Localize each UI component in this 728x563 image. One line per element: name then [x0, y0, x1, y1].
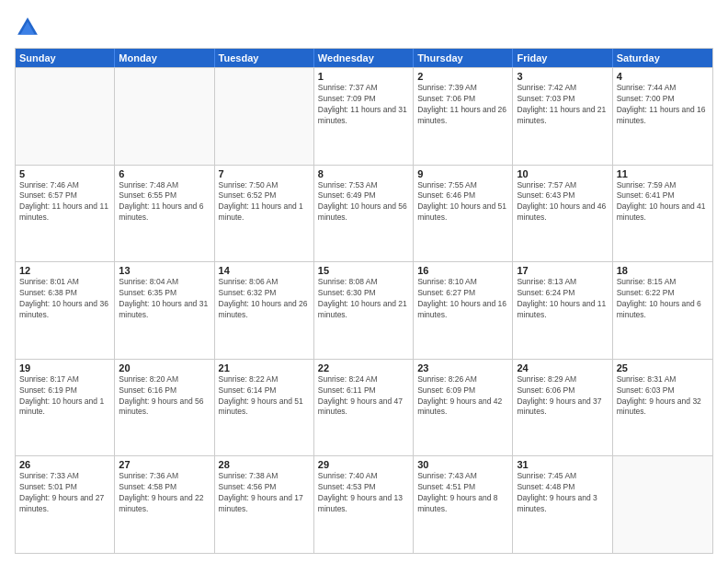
cell-info: Sunrise: 8:13 AM Sunset: 6:24 PM Dayligh…: [517, 277, 608, 321]
cal-cell-1-6: 11Sunrise: 7:59 AM Sunset: 6:41 PM Dayli…: [613, 166, 712, 262]
cal-row-4: 26Sunrise: 7:33 AM Sunset: 5:01 PM Dayli…: [16, 455, 712, 553]
cal-cell-4-3: 29Sunrise: 7:40 AM Sunset: 4:53 PM Dayli…: [314, 456, 414, 553]
cell-date: 9: [417, 168, 508, 179]
cell-info: Sunrise: 7:46 AM Sunset: 6:57 PM Dayligh…: [19, 180, 110, 224]
header: [15, 15, 713, 40]
cal-cell-1-5: 10Sunrise: 7:57 AM Sunset: 6:43 PM Dayli…: [513, 166, 612, 262]
cal-cell-2-1: 13Sunrise: 8:04 AM Sunset: 6:35 PM Dayli…: [115, 262, 214, 359]
cal-cell-1-1: 6Sunrise: 7:48 AM Sunset: 6:55 PM Daylig…: [115, 166, 214, 262]
cell-info: Sunrise: 7:37 AM Sunset: 7:09 PM Dayligh…: [318, 83, 409, 127]
day-header-monday: Monday: [115, 49, 214, 67]
cal-cell-0-2: [215, 68, 314, 165]
cal-row-0: 1Sunrise: 7:37 AM Sunset: 7:09 PM Daylig…: [16, 67, 712, 165]
cell-date: 23: [417, 362, 508, 373]
cal-cell-1-4: 9Sunrise: 7:55 AM Sunset: 6:46 PM Daylig…: [414, 166, 513, 262]
cell-info: Sunrise: 8:26 AM Sunset: 6:09 PM Dayligh…: [417, 374, 508, 419]
cell-date: 29: [318, 459, 409, 470]
cal-cell-2-2: 14Sunrise: 8:06 AM Sunset: 6:32 PM Dayli…: [215, 262, 314, 359]
cell-info: Sunrise: 8:01 AM Sunset: 6:38 PM Dayligh…: [19, 277, 110, 321]
cell-date: 17: [517, 265, 608, 276]
cell-info: Sunrise: 8:20 AM Sunset: 6:16 PM Dayligh…: [119, 374, 210, 419]
cal-cell-3-0: 19Sunrise: 8:17 AM Sunset: 6:19 PM Dayli…: [16, 360, 115, 456]
day-header-sunday: Sunday: [16, 49, 115, 67]
cell-date: 3: [517, 71, 608, 82]
cal-cell-3-1: 20Sunrise: 8:20 AM Sunset: 6:16 PM Dayli…: [115, 360, 214, 456]
cell-info: Sunrise: 8:31 AM Sunset: 6:03 PM Dayligh…: [617, 374, 709, 419]
cell-info: Sunrise: 8:10 AM Sunset: 6:27 PM Dayligh…: [417, 277, 508, 321]
cell-date: 2: [417, 71, 508, 82]
cell-date: 14: [219, 265, 310, 276]
cal-row-1: 5Sunrise: 7:46 AM Sunset: 6:57 PM Daylig…: [16, 165, 712, 262]
calendar-header: SundayMondayTuesdayWednesdayThursdayFrid…: [16, 49, 712, 67]
cell-info: Sunrise: 7:55 AM Sunset: 6:46 PM Dayligh…: [417, 180, 508, 224]
cal-cell-3-2: 21Sunrise: 8:22 AM Sunset: 6:14 PM Dayli…: [215, 360, 314, 456]
cell-date: 26: [19, 459, 110, 470]
cell-date: 13: [119, 265, 210, 276]
cal-cell-0-4: 2Sunrise: 7:39 AM Sunset: 7:06 PM Daylig…: [414, 68, 513, 165]
cell-info: Sunrise: 7:48 AM Sunset: 6:55 PM Dayligh…: [119, 180, 210, 224]
cell-info: Sunrise: 7:59 AM Sunset: 6:41 PM Dayligh…: [617, 180, 709, 224]
cell-info: Sunrise: 8:24 AM Sunset: 6:11 PM Dayligh…: [318, 374, 409, 419]
cal-cell-4-6: [613, 456, 712, 553]
cell-date: 10: [517, 168, 608, 179]
cal-cell-4-4: 30Sunrise: 7:43 AM Sunset: 4:51 PM Dayli…: [414, 456, 513, 553]
cal-cell-2-3: 15Sunrise: 8:08 AM Sunset: 6:30 PM Dayli…: [314, 262, 414, 359]
cell-info: Sunrise: 7:38 AM Sunset: 4:56 PM Dayligh…: [219, 471, 310, 515]
cell-info: Sunrise: 8:06 AM Sunset: 6:32 PM Dayligh…: [219, 277, 310, 321]
cell-date: 30: [417, 459, 508, 470]
cal-row-2: 12Sunrise: 8:01 AM Sunset: 6:38 PM Dayli…: [16, 261, 712, 359]
cal-cell-4-2: 28Sunrise: 7:38 AM Sunset: 4:56 PM Dayli…: [215, 456, 314, 553]
cell-date: 8: [318, 168, 409, 179]
cell-info: Sunrise: 7:33 AM Sunset: 5:01 PM Dayligh…: [19, 471, 110, 515]
day-header-saturday: Saturday: [613, 49, 712, 67]
cal-cell-3-3: 22Sunrise: 8:24 AM Sunset: 6:11 PM Dayli…: [314, 360, 414, 456]
cell-info: Sunrise: 8:29 AM Sunset: 6:06 PM Dayligh…: [517, 374, 608, 419]
cell-info: Sunrise: 8:04 AM Sunset: 6:35 PM Dayligh…: [119, 277, 210, 321]
cell-date: 31: [517, 459, 608, 470]
cal-cell-0-3: 1Sunrise: 7:37 AM Sunset: 7:09 PM Daylig…: [314, 68, 414, 165]
cell-info: Sunrise: 7:43 AM Sunset: 4:51 PM Dayligh…: [417, 471, 508, 515]
cal-cell-0-1: [115, 68, 214, 165]
cell-date: 19: [19, 362, 110, 373]
cell-info: Sunrise: 7:50 AM Sunset: 6:52 PM Dayligh…: [219, 180, 310, 224]
cal-row-3: 19Sunrise: 8:17 AM Sunset: 6:19 PM Dayli…: [16, 359, 712, 456]
cell-info: Sunrise: 7:57 AM Sunset: 6:43 PM Dayligh…: [517, 180, 608, 224]
cell-date: 24: [517, 362, 608, 373]
cell-date: 5: [19, 168, 110, 179]
cell-info: Sunrise: 8:15 AM Sunset: 6:22 PM Dayligh…: [617, 277, 709, 321]
cell-info: Sunrise: 7:39 AM Sunset: 7:06 PM Dayligh…: [417, 83, 508, 127]
cal-cell-0-0: [16, 68, 115, 165]
cell-info: Sunrise: 7:36 AM Sunset: 4:58 PM Dayligh…: [119, 471, 210, 515]
cell-date: 25: [617, 362, 709, 373]
day-header-wednesday: Wednesday: [314, 49, 414, 67]
cell-info: Sunrise: 8:08 AM Sunset: 6:30 PM Dayligh…: [318, 277, 409, 321]
cal-cell-4-1: 27Sunrise: 7:36 AM Sunset: 4:58 PM Dayli…: [115, 456, 214, 553]
cal-cell-2-5: 17Sunrise: 8:13 AM Sunset: 6:24 PM Dayli…: [513, 262, 612, 359]
cal-cell-4-0: 26Sunrise: 7:33 AM Sunset: 5:01 PM Dayli…: [16, 456, 115, 553]
cell-info: Sunrise: 7:44 AM Sunset: 7:00 PM Dayligh…: [617, 83, 709, 127]
calendar-body: 1Sunrise: 7:37 AM Sunset: 7:09 PM Daylig…: [16, 67, 712, 553]
cell-date: 6: [119, 168, 210, 179]
cal-cell-3-5: 24Sunrise: 8:29 AM Sunset: 6:06 PM Dayli…: [513, 360, 612, 456]
cell-date: 4: [617, 71, 709, 82]
day-header-friday: Friday: [513, 49, 612, 67]
cell-date: 1: [318, 71, 409, 82]
cal-cell-2-4: 16Sunrise: 8:10 AM Sunset: 6:27 PM Dayli…: [414, 262, 513, 359]
cell-date: 11: [617, 168, 709, 179]
logo-icon: [15, 15, 40, 40]
cal-cell-2-6: 18Sunrise: 8:15 AM Sunset: 6:22 PM Dayli…: [613, 262, 712, 359]
cell-date: 21: [219, 362, 310, 373]
cal-cell-3-6: 25Sunrise: 8:31 AM Sunset: 6:03 PM Dayli…: [613, 360, 712, 456]
cell-date: 16: [417, 265, 508, 276]
cal-cell-1-3: 8Sunrise: 7:53 AM Sunset: 6:49 PM Daylig…: [314, 166, 414, 262]
cell-info: Sunrise: 7:40 AM Sunset: 4:53 PM Dayligh…: [318, 471, 409, 515]
cell-date: 27: [119, 459, 210, 470]
cell-date: 12: [19, 265, 110, 276]
cell-info: Sunrise: 8:22 AM Sunset: 6:14 PM Dayligh…: [219, 374, 310, 419]
cal-cell-3-4: 23Sunrise: 8:26 AM Sunset: 6:09 PM Dayli…: [414, 360, 513, 456]
cell-info: Sunrise: 7:53 AM Sunset: 6:49 PM Dayligh…: [318, 180, 409, 224]
cal-cell-1-2: 7Sunrise: 7:50 AM Sunset: 6:52 PM Daylig…: [215, 166, 314, 262]
cal-cell-0-5: 3Sunrise: 7:42 AM Sunset: 7:03 PM Daylig…: [513, 68, 612, 165]
cal-cell-1-0: 5Sunrise: 7:46 AM Sunset: 6:57 PM Daylig…: [16, 166, 115, 262]
cell-date: 22: [318, 362, 409, 373]
